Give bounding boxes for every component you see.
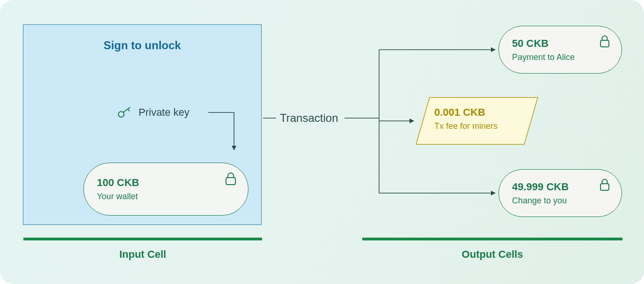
input-cell-panel: Sign to unlock Private key 100 CKB Your … bbox=[23, 24, 262, 225]
output-pill-alice: 50 CKB Payment to Alice bbox=[498, 26, 622, 74]
private-key-label: Private key bbox=[139, 106, 190, 119]
sign-to-unlock-title: Sign to unlock bbox=[23, 39, 261, 52]
output-section-bar bbox=[362, 238, 622, 240]
lock-icon bbox=[599, 35, 610, 48]
svg-line-1 bbox=[124, 107, 131, 112]
wallet-amount: 100 CKB bbox=[97, 177, 235, 189]
key-icon bbox=[117, 106, 133, 119]
output-c-amount: 49.999 CKB bbox=[512, 181, 608, 193]
private-key-row: Private key bbox=[117, 106, 190, 119]
input-section-label: Input Cell bbox=[96, 248, 190, 261]
svg-rect-6 bbox=[600, 184, 609, 190]
lock-icon bbox=[225, 172, 237, 186]
output-pill-change: 49.999 CKB Change to you bbox=[498, 169, 622, 217]
output-section-label: Output Cells bbox=[446, 248, 539, 261]
wallet-sub: Your wallet bbox=[97, 192, 235, 202]
svg-rect-5 bbox=[600, 40, 609, 47]
fee-sub: Tx fee for miners bbox=[434, 121, 498, 131]
output-c-sub: Change to you bbox=[512, 196, 608, 206]
output-a-amount: 50 CKB bbox=[512, 37, 608, 50]
svg-point-0 bbox=[118, 112, 124, 117]
fee-box: 0.001 CKB Tx fee for miners bbox=[416, 97, 538, 145]
fee-amount: 0.001 CKB bbox=[434, 106, 498, 119]
output-a-sub: Payment to Alice bbox=[512, 52, 608, 62]
fee-content: 0.001 CKB Tx fee for miners bbox=[434, 106, 498, 131]
lock-icon bbox=[599, 178, 610, 191]
input-section-bar bbox=[23, 238, 262, 240]
svg-line-2 bbox=[128, 109, 130, 112]
transaction-label: Transaction bbox=[280, 112, 338, 125]
transaction-diagram: Sign to unlock Private key 100 CKB Your … bbox=[0, 0, 644, 284]
wallet-pill: 100 CKB Your wallet bbox=[83, 163, 249, 216]
svg-rect-3 bbox=[226, 178, 235, 185]
